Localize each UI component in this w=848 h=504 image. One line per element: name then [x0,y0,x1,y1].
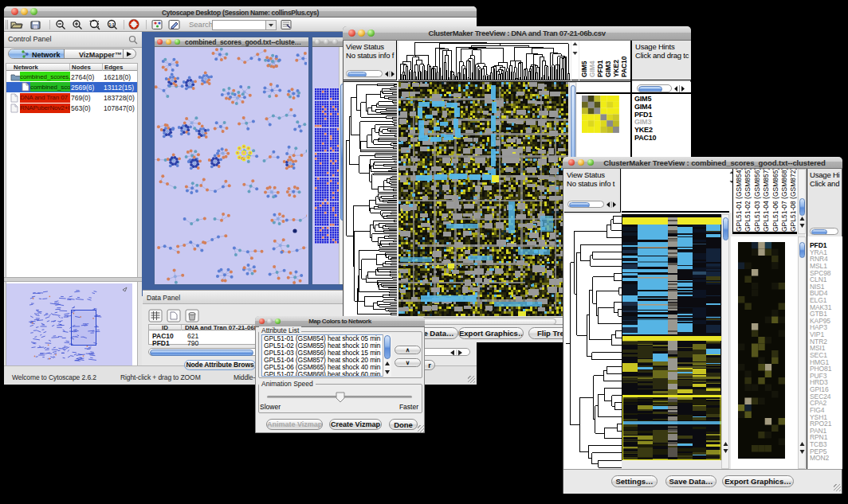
svg-text:1:1: 1:1 [108,22,114,27]
svg-text:Search:: Search: [189,20,215,29]
